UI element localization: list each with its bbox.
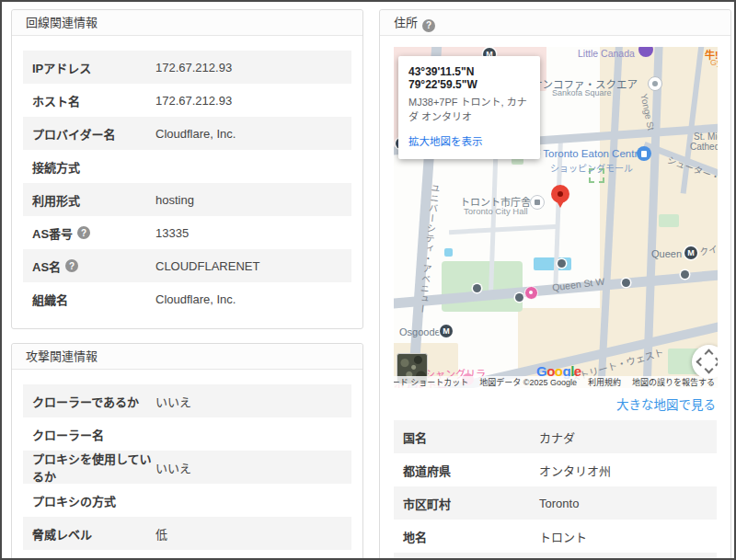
row-label: プロキシを使用しているか [32,450,155,485]
row-value: トロント [539,528,587,545]
terms-link[interactable]: 利用規約 [588,376,621,388]
row-label: クローラー名 [32,426,155,443]
transit-stop-icon [515,293,523,302]
row-label: AS名 [32,257,155,275]
poi-label-sankofa-square-en: Sankofa Square [552,88,612,97]
info-row: AS名 CLOUDFLARENET [23,249,351,282]
row-label: AS番号 [32,224,155,242]
line-info-body: IPアドレス 172.67.212.93 ホスト名 172.67.212.93 … [12,36,362,328]
row-label-text: AS名 [32,257,61,275]
address-body: Little Canada 牛! Gy M サンコファ・スクエア Sankofa… [380,36,730,560]
station-label-queen: Queen [651,248,682,259]
poi-label-st-michaels-2: Cathedral Basilica [690,142,718,152]
city-hall-poi-icon [530,195,545,210]
row-value: CLOUDFLARENET [155,259,259,273]
transit-stop-icon [681,270,689,279]
info-row: 脅威レベル 低 [23,517,351,550]
line-info-title: 回線関連情報 [12,10,362,36]
road-minor [449,224,559,234]
row-label: IPアドレス [32,59,155,76]
row-value: オンタリオ州 [539,462,611,479]
map-pool [444,248,453,257]
row-label: プロキシの方式 [32,492,155,509]
map-pin[interactable] [551,185,569,212]
row-label: 市区町村 [403,495,539,512]
row-value: いいえ [155,393,191,410]
coordinates-text: 43°39'11.5"N 79°22'59.5"W [408,65,530,91]
info-row: クローラーであるか いいえ [23,384,351,417]
pan-down-icon [705,365,714,374]
row-value: いいえ [155,459,191,476]
row-label: 脅威レベル [32,525,155,543]
info-row: プロキシの方式 [23,484,351,517]
row-value: 低 [155,525,167,543]
row-label: 地名 [403,528,539,545]
pan-right-icon [712,358,718,367]
view-larger-map-link[interactable]: 拡大地図を表示 [408,133,483,148]
keyboard-shortcuts-link[interactable]: キーボード ショートカット [394,376,468,388]
map-info-card: 43°39'11.5"N 79°22'59.5"W MJ38+7PF トロント,… [398,56,540,159]
info-row: IPアドレス 172.67.212.93 [23,51,351,84]
address-title-bar: 住所 [380,10,730,36]
transit-stop-icon [622,279,630,287]
help-icon[interactable] [422,19,435,32]
info-row: 国名 カナダ [394,420,717,453]
line-info-card: 回線関連情報 IPアドレス 172.67.212.93 ホスト名 172.67.… [11,9,363,329]
info-row: ホスト名 172.67.212.93 [23,84,351,117]
row-value: 172.67.212.93 [155,61,232,74]
poi-label-st-michaels-1: St. Michael's [694,131,718,142]
row-value: Cloudflare, Inc. [155,127,236,141]
row-value: Toronto [539,497,579,510]
info-row: AS番号 13335 [23,216,351,249]
help-icon[interactable] [65,259,78,272]
row-label: 組織名 [32,291,155,308]
attack-info-card: 攻撃関連情報 クローラーであるか いいえ クローラー名 プロキシを使用しているか… [11,343,363,560]
row-label: ホスト名 [32,92,155,109]
row-value: Cloudflare, Inc. [155,292,236,306]
row-label: 国名 [403,429,539,446]
info-row: 利用形式 hosting [23,183,351,216]
station-label-osgoode: Osgoode [399,326,441,337]
address-title: 住所 [394,16,418,29]
info-row: 地名 トロント [394,520,717,553]
address-card: 住所 [379,9,731,560]
row-label: 利用形式 [32,191,155,209]
help-icon[interactable] [77,226,90,239]
poi-label-city-hall-en: Toronto City Hall [464,206,528,216]
row-value: hosting [155,193,194,207]
row-value: カナダ [539,429,575,446]
info-row: 都道府県 オンタリオ州 [394,453,717,486]
attack-info-body: クローラーであるか いいえ クローラー名 プロキシを使用しているか いいえ プロ… [12,370,362,560]
square-poi-icon [648,76,662,91]
row-label: プロバイダー名 [32,125,155,143]
map-park [442,261,523,312]
row-label: 都道府県 [403,462,539,479]
info-row: 市区町村 Toronto [394,486,717,520]
row-value: 172.67.212.93 [155,94,232,108]
page: 回線関連情報 IPアドレス 172.67.212.93 ホスト名 172.67.… [0,0,736,560]
info-row: プロキシを使用しているか いいえ [23,451,351,484]
row-label: クローラーであるか [32,393,155,410]
open-larger-map-link[interactable]: 大きな地図で見る [394,394,716,413]
transit-stop-icon [473,284,481,292]
subway-station-icon: M [440,325,453,337]
info-row [394,553,717,560]
map-park [659,214,679,227]
poi-label-gyu-sub: Gy [710,58,718,67]
info-row: プロバイダー名 Cloudflare, Inc. [23,117,351,150]
map-data-attribution: 地図データ ©2025 Google [479,376,577,388]
poi-label-eaton-sub: ショッピングモール [550,161,633,175]
info-row: 接続方式 [23,150,351,183]
map-attribution-bar: キーボード ショートカット 地図データ ©2025 Google 利用規約 地図… [394,376,718,388]
row-label-text: AS番号 [32,224,73,242]
transit-stop-icon [558,259,566,268]
address-table: 国名 カナダ 都道府県 オンタリオ州 市区町村 Toronto 地名 トロント [394,420,717,560]
google-map-embed[interactable]: Little Canada 牛! Gy M サンコファ・スクエア Sankofa… [394,47,718,388]
shopping-poi-icon [637,146,651,161]
pan-left-icon [696,358,706,367]
row-value: 13335 [155,226,189,240]
report-error-link[interactable]: 地図の誤りを報告する [632,376,715,388]
info-row: 組織名 Cloudflare, Inc. [23,282,351,315]
poi-label-little-canada: Little Canada [578,48,635,59]
plus-code-address: MJ38+7PF トロント, カナダ オンタリオ [408,96,530,125]
